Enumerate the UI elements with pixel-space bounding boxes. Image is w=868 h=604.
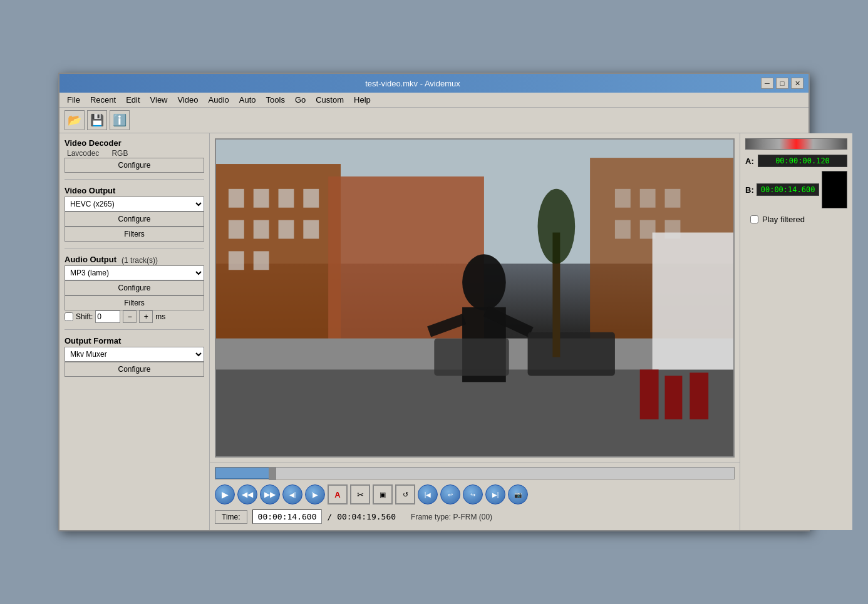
menu-edit[interactable]: Edit xyxy=(121,94,145,106)
loop-button[interactable]: ↺ xyxy=(395,484,415,504)
rewind-button[interactable]: ◀◀ xyxy=(237,484,257,504)
shift-increment-button[interactable]: + xyxy=(139,310,153,323)
svg-rect-11 xyxy=(303,220,319,239)
video-scene-svg xyxy=(216,140,733,456)
output-format-label: Output Format xyxy=(65,336,204,346)
audio-output-filters-button[interactable]: Filters xyxy=(65,295,204,310)
center-area: ▶ ◀◀ ▶▶ ◀| |▶ A ✂ ▣ ↺ |◀ ↩ ↪ ▶| 📷 xyxy=(210,133,740,530)
svg-rect-22 xyxy=(653,233,733,370)
svg-point-33 xyxy=(538,189,576,264)
decoder-info: Lavcodec RGB xyxy=(65,149,204,158)
mark-a-button[interactable]: A xyxy=(328,484,348,504)
menu-recent[interactable]: Recent xyxy=(85,94,121,106)
time-label-button[interactable]: Time: xyxy=(215,510,247,524)
menu-go[interactable]: Go xyxy=(290,94,311,106)
svg-rect-12 xyxy=(229,251,244,270)
ab-a-row: A: 00:00:00.120 xyxy=(745,155,847,167)
total-time-display: / 00:04:19.560 xyxy=(327,512,396,521)
svg-rect-5 xyxy=(254,189,269,208)
timeline-marker xyxy=(269,468,276,480)
cut-button[interactable]: ✂ xyxy=(350,484,370,504)
maximize-button[interactable]: □ xyxy=(776,78,788,89)
svg-rect-14 xyxy=(615,189,631,208)
info-icon: ℹ️ xyxy=(113,113,127,127)
shift-value-input[interactable] xyxy=(95,310,120,323)
svg-rect-4 xyxy=(229,189,244,208)
video-decoder-section: Video Decoder Lavcodec RGB Configure xyxy=(65,138,204,173)
menu-view[interactable]: View xyxy=(145,94,173,106)
shift-label: Shift: xyxy=(76,312,93,321)
menu-help[interactable]: Help xyxy=(349,94,376,106)
menu-auto[interactable]: Auto xyxy=(234,94,261,106)
audio-output-configure-button[interactable]: Configure xyxy=(65,280,204,295)
audio-output-dropdown-wrap: MP3 (lame) Copy AAC AC3 Vorbis xyxy=(65,265,204,280)
save-file-button[interactable]: 💾 xyxy=(87,110,107,130)
video-decoder-configure-button[interactable]: Configure xyxy=(65,158,204,173)
timeline-selection xyxy=(215,468,272,479)
audio-tracks-info: (1 track(s)) xyxy=(121,256,158,265)
output-format-configure-button[interactable]: Configure xyxy=(65,362,204,377)
next-frame-button[interactable]: |▶ xyxy=(305,484,325,504)
video-output-select[interactable]: HEVC (x265) Copy H.264 (x264) MPEG-4 AVC… xyxy=(65,197,204,212)
video-frame xyxy=(215,138,735,458)
video-output-filters-button[interactable]: Filters xyxy=(65,227,204,242)
segment-button[interactable]: ▣ xyxy=(373,484,393,504)
svg-rect-13 xyxy=(254,251,269,270)
video-decoder-label: Video Decoder xyxy=(65,138,204,148)
menu-bar: File Recent Edit View Video Audio Auto T… xyxy=(59,93,809,108)
svg-rect-17 xyxy=(615,220,631,239)
divider-3 xyxy=(65,329,204,330)
screenshot-button[interactable]: 📷 xyxy=(508,484,528,504)
minimize-button[interactable]: ─ xyxy=(761,78,773,89)
menu-audio[interactable]: Audio xyxy=(204,94,234,106)
play-button[interactable]: ▶ xyxy=(215,484,235,504)
a-time-display: 00:00:00.120 xyxy=(758,155,847,167)
close-button[interactable]: ✕ xyxy=(791,78,803,89)
step-fwd-button[interactable]: ↪ xyxy=(463,484,483,504)
play-filtered-checkbox[interactable] xyxy=(750,215,758,223)
output-format-select[interactable]: Mkv Muxer Mp4 Muxer AVI Muxer MPEG PS Mu… xyxy=(65,347,204,362)
svg-rect-10 xyxy=(279,220,294,239)
video-output-configure-button[interactable]: Configure xyxy=(65,212,204,227)
menu-file[interactable]: File xyxy=(62,94,85,106)
b-label: B: xyxy=(745,185,754,195)
volume-bar xyxy=(745,138,847,150)
svg-rect-8 xyxy=(229,220,244,239)
audio-output-select[interactable]: MP3 (lame) Copy AAC AC3 Vorbis xyxy=(65,265,204,280)
prev-frame-button[interactable]: ◀| xyxy=(282,484,302,504)
shift-row: Shift: − + ms xyxy=(65,310,204,323)
step-back-button[interactable]: ↩ xyxy=(440,484,460,504)
svg-rect-23 xyxy=(640,369,659,419)
frame-type-display: Frame type: P-FRM (00) xyxy=(411,513,492,521)
svg-rect-16 xyxy=(665,189,681,208)
video-output-section: Video Output HEVC (x265) Copy H.264 (x26… xyxy=(65,186,204,242)
left-panel: Video Decoder Lavcodec RGB Configure Vid… xyxy=(59,133,210,530)
svg-rect-25 xyxy=(690,372,708,419)
go-end-button[interactable]: ▶| xyxy=(485,484,505,504)
shift-decrement-button[interactable]: − xyxy=(123,310,137,323)
video-placeholder xyxy=(216,140,733,456)
time-bar: Time: 00:00:14.600 / 00:04:19.560 Frame … xyxy=(215,507,735,526)
menu-tools[interactable]: Tools xyxy=(261,94,290,106)
go-begin-button[interactable]: |◀ xyxy=(418,484,438,504)
ab-controls: A: 00:00:00.120 B: 00:00:14.600 Play fil… xyxy=(740,133,852,530)
svg-rect-31 xyxy=(528,332,615,376)
svg-rect-24 xyxy=(665,376,683,419)
shift-checkbox[interactable] xyxy=(65,312,73,321)
menu-custom[interactable]: Custom xyxy=(311,94,349,106)
window-title: test-video.mkv - Avidemux xyxy=(65,79,761,88)
menu-video[interactable]: Video xyxy=(173,94,204,106)
divider-2 xyxy=(65,248,204,248)
preview-thumbnail xyxy=(822,171,847,208)
b-time-display: 00:00:14.600 xyxy=(757,183,820,196)
ab-b-row: B: 00:00:14.600 xyxy=(745,171,847,208)
info-button[interactable]: ℹ️ xyxy=(110,110,130,130)
forward-button[interactable]: ▶▶ xyxy=(260,484,280,504)
timeline-track[interactable] xyxy=(215,467,735,479)
svg-point-26 xyxy=(462,254,506,310)
open-file-button[interactable]: 📂 xyxy=(65,110,85,130)
svg-rect-6 xyxy=(279,189,294,208)
play-filtered-label: Play filtered xyxy=(762,215,805,224)
audio-output-label: Audio Output xyxy=(65,255,116,264)
main-content: Video Decoder Lavcodec RGB Configure Vid… xyxy=(59,133,809,530)
